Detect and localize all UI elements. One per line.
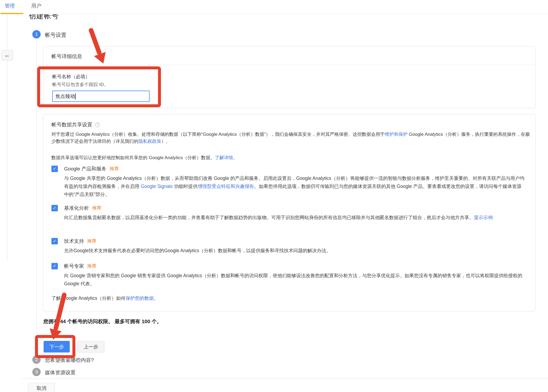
- option-label: 帐号专家: [64, 263, 84, 269]
- option-label: Google 产品和服务: [64, 165, 106, 172]
- step3-label: 媒体资源设置: [45, 369, 76, 376]
- account-name-hint: 帐号可以包含多个跟踪 ID。: [52, 81, 108, 88]
- data-sharing-card: 帐号数据共享设置 ? 对于您通过 Google Analytics（分析）收集、…: [43, 114, 536, 311]
- option-account-specialists: ✓ 帐号专家 推荐 向 Google 营销专家和您的 Google 销售专家提供…: [51, 263, 525, 288]
- check-icon: ✓: [53, 166, 56, 171]
- account-quota-text: 您拥有 44 个帐号的访问权限。 最多可拥有 100 个。: [43, 318, 162, 325]
- account-details-card: 帐号详细信息 帐号名称（必填） 帐号可以包含多个跟踪 ID。 焦点领动: [43, 46, 536, 108]
- data-sharing-title: 帐号数据共享设置: [51, 121, 92, 128]
- back-arrow-icon: ←: [4, 52, 10, 59]
- privacy-policy-link[interactable]: 隐私权政策: [138, 139, 161, 144]
- checkbox-google-products[interactable]: ✓: [51, 166, 58, 172]
- arrow-head-icon: [47, 328, 62, 341]
- tab-user[interactable]: 用户: [31, 2, 41, 9]
- data-sharing-intro: 对于您通过 Google Analytics（分析）收集、处理和存储的数据（以下…: [51, 131, 531, 145]
- footer-divider: [22, 379, 548, 379]
- help-icon[interactable]: ?: [95, 122, 100, 127]
- option-description: 向 Google 营销专家和您的 Google 销售专家提供 Google An…: [64, 272, 525, 288]
- checkbox-benchmarking[interactable]: ✓: [51, 205, 58, 211]
- cancel-button[interactable]: 取消: [28, 383, 55, 392]
- active-tab-underline: [1, 13, 23, 14]
- recommended-badge: 推荐: [87, 263, 96, 269]
- back-button[interactable]: ←: [1, 50, 13, 60]
- option-description: 允许Google技术支持服务代表在必要时访问您的Google Analytics…: [64, 247, 525, 255]
- stepper-line-2: [36, 364, 37, 368]
- account-details-header: 帐号详细信息: [43, 47, 535, 65]
- top-tab-bar: 管理 用户: [0, 0, 548, 14]
- account-name-value: 焦点领动: [55, 93, 75, 99]
- page-title-clipped: 创建帐号: [29, 14, 59, 23]
- account-details-title: 帐号详细信息: [51, 53, 82, 60]
- checkbox-account-specialists[interactable]: ✓: [51, 263, 58, 269]
- step3-circle: 3: [32, 368, 41, 376]
- option-label: 基准化分析: [64, 205, 89, 211]
- next-button[interactable]: 下一步: [44, 341, 70, 352]
- previous-button[interactable]: 上一步: [78, 341, 104, 352]
- option-google-products: ✓ Google 产品和服务 推荐 与 Google 共享您的 Google A…: [51, 165, 525, 198]
- show-example-link[interactable]: 显示示例: [474, 215, 493, 220]
- step1-circle: 1: [32, 30, 41, 38]
- data-sharing-title-row: 帐号数据共享设置 ?: [51, 121, 100, 128]
- account-name-label: 帐号名称（必填）: [52, 73, 90, 80]
- maintain-protect-link[interactable]: 维护和保护: [385, 132, 408, 137]
- option-benchmarking: ✓ 基准化分析 推荐 向汇总数据集贡献匿名数据，以启用基准化分析一类的功能，并查…: [51, 205, 525, 222]
- data-sharing-lead: 数据共享选项可以让您更好地控制如何共享您的 Google Analytics（分…: [51, 155, 509, 161]
- enhanced-demographics-link[interactable]: 增强型受众特征和兴趣报告: [198, 184, 254, 189]
- stepper-line: [36, 39, 37, 355]
- google-signals-link[interactable]: Google Signals: [141, 184, 173, 189]
- account-name-input[interactable]: 焦点领动: [52, 91, 150, 102]
- option-label: 技术支持: [64, 238, 84, 244]
- recommended-badge: 推荐: [87, 238, 96, 244]
- check-icon: ✓: [53, 238, 56, 244]
- create-account-page: 管理 用户 创建帐号 ← 1 帐号设置 帐号详细信息 帐号名称（必填） 帐号可以…: [0, 0, 548, 392]
- option-description: 与 Google 共享您的 Google Analytics（分析）数据，从而帮…: [64, 174, 525, 198]
- checkbox-tech-support[interactable]: ✓: [51, 238, 58, 244]
- text-cursor: [75, 93, 76, 99]
- data-protection-line: 了解 Google Analytics（分析）如何保护您的数据。: [51, 295, 159, 301]
- option-tech-support: ✓ 技术支持 推荐 允许Google技术支持服务代表在必要时访问您的Google…: [51, 238, 525, 255]
- recommended-badge: 推荐: [110, 166, 119, 172]
- tab-admin[interactable]: 管理: [5, 2, 15, 9]
- option-description: 向汇总数据集贡献匿名数据，以启用基准化分析一类的功能，并查看有助于了解数据趋势的…: [64, 213, 525, 222]
- recommended-badge: 推荐: [92, 205, 101, 211]
- step1-label: 帐号设置: [45, 31, 66, 39]
- check-icon: ✓: [53, 263, 56, 269]
- protect-data-link[interactable]: 保护您的数据。: [125, 295, 159, 301]
- learn-more-link[interactable]: 了解详情。: [215, 155, 238, 160]
- check-icon: ✓: [53, 205, 56, 211]
- step2-label: 您希望衡量哪些内容?: [45, 357, 94, 364]
- step2-circle: 2: [32, 355, 41, 364]
